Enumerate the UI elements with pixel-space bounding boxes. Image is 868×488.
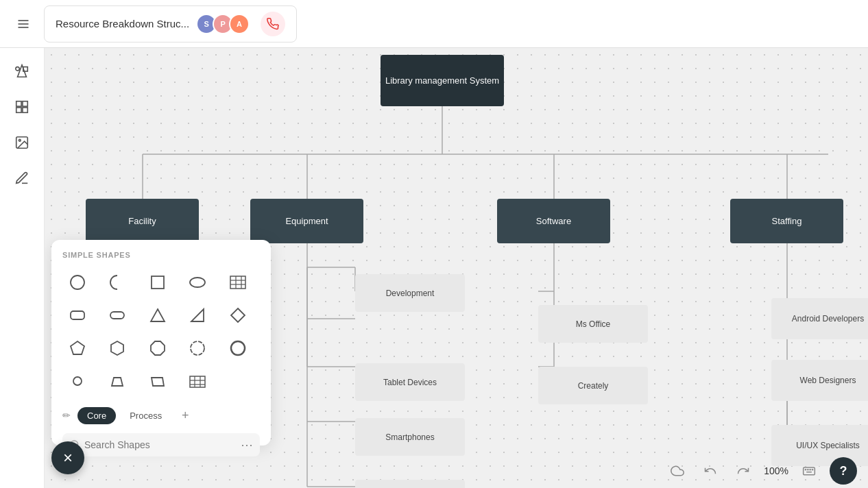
svg-point-40 bbox=[190, 278, 205, 287]
svg-rect-46 bbox=[71, 311, 84, 319]
svg-marker-57 bbox=[112, 378, 123, 386]
stadium-shape[interactable] bbox=[102, 300, 132, 330]
svg-rect-66 bbox=[804, 467, 815, 475]
svg-marker-51 bbox=[71, 341, 84, 354]
staffing-node[interactable]: Staffing bbox=[730, 199, 843, 243]
svg-marker-52 bbox=[111, 341, 123, 355]
trapezoid-shape[interactable] bbox=[102, 366, 132, 396]
svg-marker-48 bbox=[151, 309, 165, 321]
creately-node[interactable]: Creately bbox=[538, 367, 648, 404]
svg-rect-6 bbox=[16, 101, 21, 106]
process-tab[interactable]: Process bbox=[120, 407, 171, 424]
shapes-tool-button[interactable] bbox=[7, 56, 37, 86]
software-node[interactable]: Software bbox=[497, 199, 610, 243]
svg-rect-9 bbox=[23, 108, 27, 112]
grid-tool-button[interactable] bbox=[7, 92, 37, 122]
decagon-shape[interactable] bbox=[182, 333, 213, 363]
document-title-bar[interactable]: Resource Breakdown Struc... S P A bbox=[44, 5, 297, 42]
development-node[interactable]: Development bbox=[355, 274, 465, 312]
shapes-section-title: SIMPLE SHAPES bbox=[62, 251, 260, 259]
svg-rect-41 bbox=[230, 276, 245, 289]
pentagon-shape[interactable] bbox=[62, 333, 93, 363]
ellipse-shape[interactable] bbox=[182, 267, 213, 297]
image-tool-button[interactable] bbox=[7, 127, 37, 158]
undo-button[interactable] bbox=[698, 459, 723, 483]
svg-rect-7 bbox=[23, 101, 27, 106]
search-shapes-input[interactable] bbox=[84, 439, 237, 450]
grid-table-shape[interactable] bbox=[182, 366, 213, 396]
bottombar: 100% ? bbox=[45, 454, 868, 488]
core-tab[interactable]: Core bbox=[77, 407, 116, 424]
zoom-level: 100% bbox=[764, 465, 788, 476]
call-button[interactable] bbox=[261, 12, 285, 36]
document-title: Resource Breakdown Struc... bbox=[56, 18, 189, 29]
hexagon-shape[interactable] bbox=[102, 333, 132, 363]
web-designers-node[interactable]: Web Designers bbox=[771, 360, 868, 401]
svg-rect-8 bbox=[16, 108, 21, 112]
svg-point-38 bbox=[71, 276, 84, 289]
svg-point-4 bbox=[16, 67, 20, 71]
smartphones-node[interactable]: Smartphones bbox=[355, 418, 465, 456]
square-shape[interactable] bbox=[143, 267, 173, 297]
circle-shape[interactable] bbox=[62, 267, 93, 297]
help-button[interactable]: ? bbox=[830, 457, 857, 485]
facility-node[interactable]: Facility bbox=[86, 199, 199, 243]
svg-marker-49 bbox=[191, 309, 204, 321]
right-triangle-shape[interactable] bbox=[182, 300, 213, 330]
shapes-grid bbox=[62, 267, 260, 396]
svg-marker-53 bbox=[151, 341, 165, 355]
svg-rect-59 bbox=[190, 376, 205, 387]
svg-point-55 bbox=[231, 341, 245, 355]
small-circle-shape[interactable] bbox=[62, 366, 93, 396]
menu-button[interactable] bbox=[11, 12, 36, 36]
avatar-group: S P A bbox=[200, 14, 250, 34]
topbar: Resource Breakdown Struc... S P A bbox=[0, 0, 868, 48]
shape-tabs: ✏ Core Process + bbox=[62, 406, 260, 425]
table-shape[interactable] bbox=[223, 267, 253, 297]
large-circle-shape[interactable] bbox=[223, 333, 253, 363]
shapes-panel: SIMPLE SHAPES bbox=[51, 240, 271, 446]
root-node[interactable]: Library management System bbox=[381, 55, 504, 106]
octagon-shape[interactable] bbox=[143, 333, 173, 363]
rounded-rect-shape[interactable] bbox=[62, 300, 93, 330]
parallelogram-shape[interactable] bbox=[143, 366, 173, 396]
left-sidebar bbox=[0, 48, 45, 488]
tablet-devices-node[interactable]: Tablet Devices bbox=[355, 363, 465, 401]
svg-point-54 bbox=[191, 341, 204, 355]
fab-button[interactable]: × bbox=[51, 441, 84, 474]
svg-point-56 bbox=[73, 377, 82, 385]
redo-button[interactable] bbox=[731, 459, 756, 483]
svg-marker-50 bbox=[231, 308, 245, 322]
draw-tool-button[interactable] bbox=[7, 163, 37, 193]
avatar-a: A bbox=[229, 14, 250, 34]
search-shapes-bar[interactable]: ⋯ bbox=[62, 433, 260, 456]
equipment-node[interactable]: Equipment bbox=[250, 199, 363, 243]
pencil-icon: ✏ bbox=[62, 410, 71, 421]
svg-marker-58 bbox=[152, 378, 164, 386]
svg-rect-47 bbox=[110, 312, 124, 319]
keyboard-button[interactable] bbox=[797, 459, 821, 483]
svg-point-11 bbox=[19, 139, 21, 141]
diamond-shape[interactable] bbox=[223, 300, 253, 330]
arc-shape[interactable] bbox=[102, 267, 132, 297]
triangle-shape[interactable] bbox=[143, 300, 173, 330]
cloud-button[interactable] bbox=[665, 459, 690, 483]
android-developers-node[interactable]: Android Developers bbox=[771, 298, 868, 339]
search-more-button[interactable]: ⋯ bbox=[241, 437, 253, 452]
svg-rect-39 bbox=[152, 276, 164, 289]
ms-office-node[interactable]: Ms Office bbox=[538, 305, 648, 343]
add-tab-button[interactable]: + bbox=[176, 406, 195, 425]
canvas-area[interactable]: Library management System Facility Equip… bbox=[45, 48, 868, 488]
